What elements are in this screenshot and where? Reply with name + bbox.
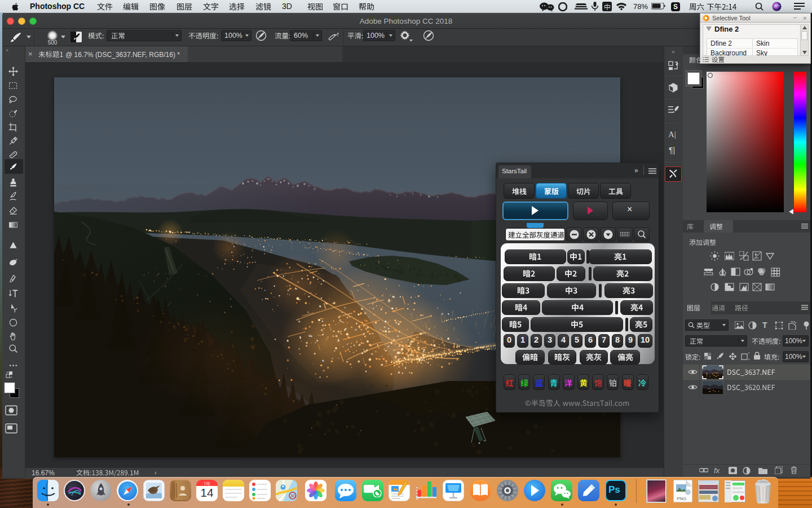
svg-text:PNG: PNG [677, 496, 686, 501]
svg-text:3D: 3D [290, 494, 295, 498]
